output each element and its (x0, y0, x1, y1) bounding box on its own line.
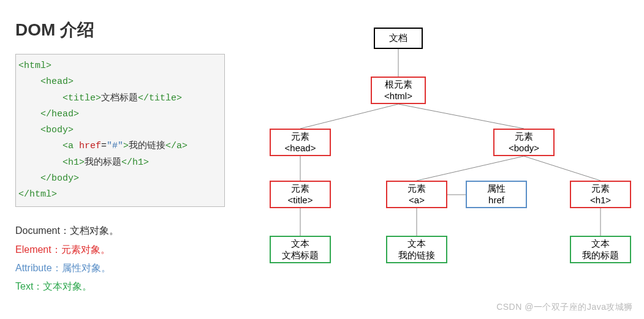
node-label: 元素 (571, 183, 630, 195)
node-text-title: 文本 文档标题 (270, 236, 331, 263)
node-text-a: 文本 我的链接 (386, 236, 447, 263)
node-sub: 我的标题 (571, 250, 630, 261)
left-column: <html> <head> <title>文档标题</title> </head… (15, 54, 225, 296)
node-html: 根元素 <html> (371, 77, 426, 104)
legend-attribute: Attribute：属性对象。 (15, 259, 225, 277)
node-href: 属性 href (466, 181, 527, 208)
code-text: 文档标题 (101, 93, 138, 103)
code-text: 我的标题 (85, 157, 121, 168)
code-text: 我的链接 (129, 141, 165, 151)
code-token: <h1> (63, 157, 85, 168)
node-sub: 我的链接 (387, 250, 446, 261)
legend-document: Document：文档对象。 (15, 222, 225, 240)
code-attr-name: href (79, 141, 101, 151)
node-label: 文本 (571, 238, 630, 250)
node-sub: <h1> (571, 195, 630, 206)
node-a: 元素 <a> (386, 181, 447, 208)
code-token: </head> (40, 109, 79, 119)
node-title: 元素 <title> (270, 181, 331, 208)
code-token: <a (63, 141, 74, 151)
legend-text: Text：文本对象。 (15, 277, 225, 296)
code-token: <head> (40, 77, 74, 87)
code-token: </title> (138, 93, 182, 103)
node-sub: <title> (271, 195, 330, 206)
node-sub: <head> (271, 143, 330, 154)
node-sub: <html> (372, 91, 425, 102)
node-sub: <a> (387, 195, 446, 206)
dom-tree-diagram: 文档 根元素 <html> 元素 <head> 元素 <body> 元素 <ti… (245, 24, 637, 294)
code-attr-val: "#" (107, 141, 123, 151)
node-label: 文本 (271, 238, 330, 250)
node-sub: <body> (494, 143, 553, 154)
node-text-h1: 文本 我的标题 (570, 236, 631, 263)
svg-line-5 (417, 156, 524, 181)
code-token: <body> (40, 125, 74, 135)
node-label: 元素 (271, 131, 330, 143)
node-body: 元素 <body> (493, 129, 555, 156)
node-sub: href (467, 195, 526, 206)
code-token: <title> (63, 93, 101, 103)
code-token: > (123, 141, 129, 151)
node-label: 元素 (494, 131, 553, 143)
node-document: 文档 (374, 28, 423, 49)
node-label: 属性 (467, 183, 526, 195)
legend: Document：文档对象。 Element：元素对象。 Attribute：属… (15, 222, 225, 296)
svg-line-6 (524, 156, 600, 181)
node-label: 文档 (375, 32, 422, 44)
code-token: </html> (18, 189, 57, 200)
code-token: </a> (165, 141, 188, 151)
node-label: 文本 (387, 238, 446, 250)
node-label: 元素 (387, 183, 446, 195)
node-sub: 文档标题 (271, 250, 330, 261)
code-token: </h1> (121, 157, 149, 168)
node-head: 元素 <head> (270, 129, 331, 156)
code-eq: = (101, 141, 107, 151)
node-h1: 元素 <h1> (570, 181, 631, 208)
code-space (74, 141, 79, 151)
watermark: CSDN @一个双子座的Java攻城狮 (496, 302, 633, 313)
code-token: <html> (18, 61, 51, 71)
node-label: 元素 (271, 183, 330, 195)
node-label: 根元素 (372, 79, 425, 91)
legend-element: Element：元素对象。 (15, 241, 225, 259)
svg-line-2 (398, 104, 524, 129)
svg-line-1 (300, 104, 398, 129)
code-sample: <html> <head> <title>文档标题</title> </head… (15, 54, 225, 207)
code-token: </body> (40, 173, 79, 184)
